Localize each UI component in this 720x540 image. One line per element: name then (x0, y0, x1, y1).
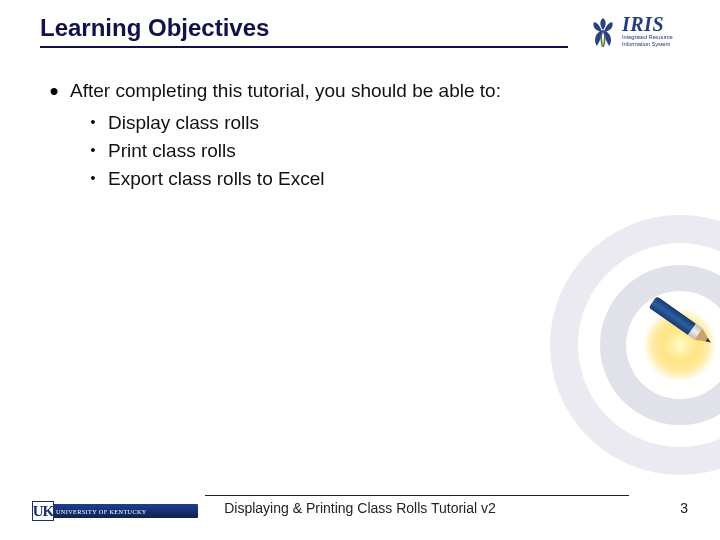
intro-bullet: • After completing this tutorial, you sh… (48, 80, 680, 102)
list-item: • Export class rolls to Excel (88, 168, 680, 190)
university-logo-bar: UK UNIVERSITY OF KENTUCKY (36, 504, 198, 518)
bullet-dot-icon: • (88, 168, 98, 188)
footer-divider (205, 495, 629, 496)
uk-monogram-icon: UK (32, 501, 54, 521)
bullet-dot-icon: • (88, 140, 98, 160)
objectives-list: • Display class rolls • Print class roll… (48, 112, 680, 190)
list-item: • Display class rolls (88, 112, 680, 134)
list-item-text: Export class rolls to Excel (108, 168, 324, 190)
pencil-icon (649, 296, 714, 348)
list-item-text: Display class rolls (108, 112, 259, 134)
iris-logo-subtitle-2: Information System (622, 42, 673, 48)
iris-flower-icon (588, 14, 618, 48)
slide-header: Learning Objectives IRIS Integrated Reso (0, 0, 720, 48)
footer-doc-title: Displaying & Printing Class Rolls Tutori… (224, 500, 496, 516)
bullet-dot-icon: • (88, 112, 98, 132)
bullet-dot-icon: • (48, 82, 60, 100)
iris-logo: IRIS Integrated Resource Information Sys… (588, 10, 684, 52)
page-number: 3 (680, 500, 688, 516)
institution-name: UNIVERSITY OF KENTUCKY (56, 508, 147, 515)
list-item: • Print class rolls (88, 140, 680, 162)
slide-footer: UK UNIVERSITY OF KENTUCKY Displaying & P… (0, 482, 720, 526)
list-item-text: Print class rolls (108, 140, 236, 162)
page-title: Learning Objectives (40, 14, 680, 42)
decorative-target-graphic (550, 215, 720, 475)
intro-text: After completing this tutorial, you shou… (70, 80, 501, 102)
iris-logo-name: IRIS (622, 14, 673, 34)
slide-content: • After completing this tutorial, you sh… (0, 48, 720, 190)
